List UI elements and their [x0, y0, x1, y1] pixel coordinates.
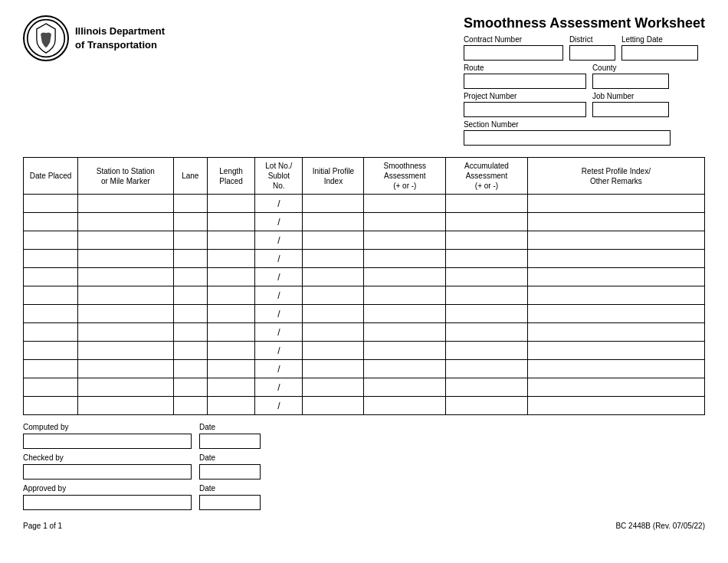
- cell-row8-col3[interactable]: [208, 342, 255, 360]
- cell-row1-col0[interactable]: [24, 213, 78, 231]
- cell-row10-col8[interactable]: [527, 378, 704, 397]
- checked-date-field[interactable]: [199, 464, 261, 480]
- cell-row0-col0[interactable]: [24, 195, 78, 213]
- cell-row3-col5[interactable]: [303, 250, 364, 268]
- cell-row1-col2[interactable]: [173, 213, 207, 231]
- cell-row8-col1[interactable]: [78, 342, 173, 360]
- cell-row4-col0[interactable]: [24, 268, 78, 286]
- cell-row8-col0[interactable]: [24, 342, 78, 360]
- approved-date-field[interactable]: [199, 495, 261, 510]
- cell-row0-col8[interactable]: [527, 195, 704, 213]
- cell-row5-col7[interactable]: [446, 286, 528, 305]
- cell-row9-col0[interactable]: [24, 360, 78, 378]
- cell-row5-col1[interactable]: [78, 286, 173, 305]
- checked-by-field[interactable]: [23, 464, 192, 480]
- contract-number-field[interactable]: [464, 45, 563, 61]
- cell-row4-col6[interactable]: [364, 268, 446, 286]
- cell-row10-col3[interactable]: [208, 378, 255, 397]
- cell-row7-col7[interactable]: [446, 323, 528, 342]
- cell-row6-col8[interactable]: [527, 305, 704, 323]
- cell-row11-col3[interactable]: [208, 397, 255, 415]
- cell-row4-col3[interactable]: [208, 268, 255, 286]
- cell-row10-col2[interactable]: [173, 378, 207, 397]
- cell-row11-col0[interactable]: [24, 397, 78, 415]
- cell-row1-col5[interactable]: [303, 213, 364, 231]
- district-field[interactable]: [569, 45, 615, 61]
- cell-row9-col5[interactable]: [303, 360, 364, 378]
- cell-row7-col0[interactable]: [24, 323, 78, 342]
- cell-row4-col2[interactable]: [173, 268, 207, 286]
- cell-row4-col5[interactable]: [303, 268, 364, 286]
- cell-row11-col1[interactable]: [78, 397, 173, 415]
- cell-row2-col6[interactable]: [364, 231, 446, 250]
- approved-by-field[interactable]: [23, 495, 192, 510]
- cell-row2-col0[interactable]: [24, 231, 78, 250]
- cell-row9-col7[interactable]: [446, 360, 528, 378]
- cell-row2-col5[interactable]: [303, 231, 364, 250]
- cell-row4-col7[interactable]: [446, 268, 528, 286]
- cell-row5-col0[interactable]: [24, 286, 78, 305]
- cell-row3-col8[interactable]: [527, 250, 704, 268]
- cell-row9-col1[interactable]: [78, 360, 173, 378]
- cell-row1-col1[interactable]: [78, 213, 173, 231]
- cell-row8-col5[interactable]: [303, 342, 364, 360]
- computed-date-field[interactable]: [199, 434, 261, 449]
- cell-row10-col1[interactable]: [78, 378, 173, 397]
- cell-row9-col6[interactable]: [364, 360, 446, 378]
- cell-row11-col5[interactable]: [303, 397, 364, 415]
- cell-row3-col1[interactable]: [78, 250, 173, 268]
- cell-row3-col6[interactable]: [364, 250, 446, 268]
- cell-row7-col2[interactable]: [173, 323, 207, 342]
- cell-row0-col7[interactable]: [446, 195, 528, 213]
- job-number-field[interactable]: [592, 102, 669, 117]
- cell-row6-col6[interactable]: [364, 305, 446, 323]
- cell-row0-col6[interactable]: [364, 195, 446, 213]
- cell-row4-col1[interactable]: [78, 268, 173, 286]
- cell-row1-col7[interactable]: [446, 213, 528, 231]
- cell-row6-col2[interactable]: [173, 305, 207, 323]
- cell-row1-col3[interactable]: [208, 213, 255, 231]
- cell-row4-col8[interactable]: [527, 268, 704, 286]
- county-field[interactable]: [592, 74, 669, 89]
- cell-row5-col3[interactable]: [208, 286, 255, 305]
- cell-row3-col2[interactable]: [173, 250, 207, 268]
- letting-date-field[interactable]: [621, 45, 698, 61]
- cell-row2-col1[interactable]: [78, 231, 173, 250]
- cell-row2-col3[interactable]: [208, 231, 255, 250]
- cell-row6-col3[interactable]: [208, 305, 255, 323]
- route-field[interactable]: [464, 74, 586, 89]
- cell-row0-col1[interactable]: [78, 195, 173, 213]
- cell-row11-col7[interactable]: [446, 397, 528, 415]
- cell-row2-col7[interactable]: [446, 231, 528, 250]
- cell-row5-col6[interactable]: [364, 286, 446, 305]
- cell-row10-col7[interactable]: [446, 378, 528, 397]
- cell-row7-col3[interactable]: [208, 323, 255, 342]
- cell-row7-col1[interactable]: [78, 323, 173, 342]
- cell-row7-col6[interactable]: [364, 323, 446, 342]
- cell-row0-col2[interactable]: [173, 195, 207, 213]
- section-number-field[interactable]: [464, 130, 671, 146]
- cell-row11-col6[interactable]: [364, 397, 446, 415]
- cell-row9-col2[interactable]: [173, 360, 207, 378]
- cell-row1-col6[interactable]: [364, 213, 446, 231]
- cell-row6-col5[interactable]: [303, 305, 364, 323]
- cell-row6-col0[interactable]: [24, 305, 78, 323]
- cell-row7-col8[interactable]: [527, 323, 704, 342]
- cell-row9-col8[interactable]: [527, 360, 704, 378]
- cell-row10-col0[interactable]: [24, 378, 78, 397]
- cell-row3-col0[interactable]: [24, 250, 78, 268]
- cell-row2-col8[interactable]: [527, 231, 704, 250]
- cell-row0-col3[interactable]: [208, 195, 255, 213]
- cell-row9-col3[interactable]: [208, 360, 255, 378]
- cell-row10-col5[interactable]: [303, 378, 364, 397]
- cell-row3-col7[interactable]: [446, 250, 528, 268]
- cell-row8-col8[interactable]: [527, 342, 704, 360]
- cell-row8-col2[interactable]: [173, 342, 207, 360]
- cell-row6-col7[interactable]: [446, 305, 528, 323]
- cell-row5-col8[interactable]: [527, 286, 704, 305]
- project-number-field[interactable]: [464, 102, 586, 117]
- cell-row11-col2[interactable]: [173, 397, 207, 415]
- cell-row5-col5[interactable]: [303, 286, 364, 305]
- cell-row3-col3[interactable]: [208, 250, 255, 268]
- cell-row10-col6[interactable]: [364, 378, 446, 397]
